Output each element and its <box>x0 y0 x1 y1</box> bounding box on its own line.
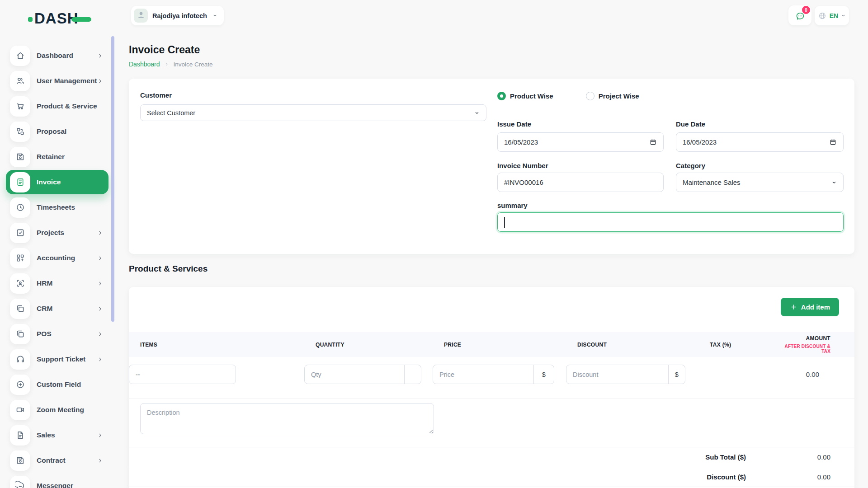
items-card: Add item ITEMS QUANTITY PRICE DISCOUNT T… <box>129 287 854 488</box>
sidebar-item-retainer[interactable]: Retainer <box>0 144 114 169</box>
sidebar-item-label: Messenger <box>37 482 73 488</box>
text-cursor <box>504 217 505 228</box>
discount-currency-addon: $ <box>668 365 685 384</box>
sidebar-item-label: Invoice <box>37 178 61 186</box>
radio-label: Product Wise <box>510 92 553 100</box>
radio-project-wise[interactable]: Project Wise <box>586 92 639 100</box>
cards-icon <box>10 299 30 319</box>
sidebar-item-crm[interactable]: CRM <box>0 296 114 321</box>
customer-select[interactable]: Select Customer <box>140 104 486 121</box>
customer-label: Customer <box>140 91 172 99</box>
proposal-icon <box>10 122 30 142</box>
chevron-right-icon <box>97 306 103 312</box>
sidebar-item-projects[interactable]: Projects <box>0 220 114 245</box>
total-row-sub-total: Sub Total ($)0.00 <box>129 447 854 467</box>
chevron-right-icon <box>165 62 169 66</box>
brand-dash-icon <box>71 17 91 22</box>
description-row <box>129 399 854 447</box>
description-textarea[interactable] <box>140 403 434 434</box>
discount-cell: $ <box>566 365 698 384</box>
radio-product-wise[interactable]: Product Wise <box>497 92 553 100</box>
chevron-down-icon <box>831 180 837 185</box>
discount-input-group: $ <box>566 365 685 384</box>
avatar <box>134 9 148 23</box>
user-focus-icon <box>10 273 30 294</box>
sidebar-item-pos[interactable]: POS <box>0 321 114 347</box>
sidebar-scrollbar[interactable] <box>111 36 114 322</box>
items-table: ITEMS QUANTITY PRICE DISCOUNT TAX (%) AM… <box>129 332 854 487</box>
chevron-down-icon <box>212 13 217 18</box>
breadcrumb-current: Invoice Create <box>174 61 213 68</box>
sidebar-item-label: CRM <box>37 305 52 313</box>
sidebar-item-dashboard[interactable]: Dashboard <box>0 43 114 68</box>
quantity-input[interactable] <box>305 365 404 384</box>
chevron-right-icon <box>97 230 103 236</box>
sidebar-item-label: Projects <box>37 229 64 237</box>
chevron-right-icon <box>97 78 103 84</box>
price-input-group: $ <box>433 365 554 384</box>
header-price: PRICE <box>444 342 577 348</box>
sidebar-item-label: Zoom Meeting <box>37 406 84 414</box>
customer-select-value: Select Customer <box>147 109 195 117</box>
sidebar-item-accounting[interactable]: Accounting <box>0 245 114 271</box>
breadcrumb-dashboard-link[interactable]: Dashboard <box>129 61 160 68</box>
video-icon <box>10 400 30 420</box>
sidebar-item-invoice[interactable]: Invoice <box>0 169 114 195</box>
item-select-input[interactable] <box>129 365 236 384</box>
sidebar-item-support-ticket[interactable]: Support Ticket <box>0 347 114 372</box>
sidebar-item-custom-field[interactable]: Custom Field <box>0 372 114 397</box>
chevron-right-icon <box>97 255 103 261</box>
sidebar-item-messenger[interactable]: Messenger <box>0 473 114 488</box>
invoice-number-value: #INVO00016 <box>504 178 543 186</box>
header-discount: DISCOUNT <box>577 342 710 348</box>
quantity-input-group <box>304 365 421 384</box>
due-date-input[interactable]: 16/05/2023 <box>676 132 844 152</box>
discount-input[interactable] <box>566 365 668 384</box>
sidebar-item-hrm[interactable]: HRM <box>0 271 114 296</box>
chat-icon <box>10 476 30 488</box>
quantity-cell <box>304 365 433 384</box>
price-input[interactable] <box>433 365 533 384</box>
chevron-down-icon <box>841 13 846 18</box>
sidebar-item-user-management[interactable]: User Management <box>0 68 114 94</box>
chevron-right-icon <box>97 357 103 362</box>
category-select[interactable]: Maintenance Sales <box>676 173 844 192</box>
company-selector[interactable]: Rajodiya infotech <box>131 6 224 25</box>
language-code: EN <box>830 12 838 19</box>
plus-icon <box>790 303 797 311</box>
header-tax: TAX (%) <box>710 342 780 348</box>
add-item-button[interactable]: Add item <box>781 298 839 316</box>
language-selector[interactable]: EN <box>815 6 849 25</box>
radio-unchecked-icon <box>586 92 594 100</box>
invoice-number-input[interactable]: #INVO00016 <box>497 173 664 192</box>
clock-icon <box>10 197 30 218</box>
summary-label: summary <box>497 202 528 209</box>
calendar-icon[interactable] <box>649 138 657 146</box>
brand-logo[interactable]: DASH <box>28 10 91 27</box>
sidebar-item-proposal[interactable]: Proposal <box>0 119 114 144</box>
file-icon <box>10 425 30 446</box>
item-row: $ $ 0.00 <box>129 357 854 399</box>
sidebar-item-product-service[interactable]: Product & Service <box>0 94 114 119</box>
breadcrumb: Dashboard Invoice Create <box>129 61 213 68</box>
sidebar-item-contract[interactable]: Contract <box>0 448 114 473</box>
messages-button[interactable]: 0 <box>788 5 811 25</box>
sidebar-item-label: Accounting <box>37 254 75 262</box>
total-label: Discount ($) <box>707 473 746 481</box>
header-quantity: QUANTITY <box>316 342 444 348</box>
sidebar-item-zoom-meeting[interactable]: Zoom Meeting <box>0 397 114 422</box>
home-icon <box>10 46 30 66</box>
header-items: ITEMS <box>140 342 316 348</box>
sidebar-item-sales[interactable]: Sales <box>0 422 114 448</box>
add-item-label: Add item <box>801 303 830 311</box>
description-wrapper <box>140 403 434 434</box>
header-amount-title: AMOUNT <box>806 335 830 342</box>
totals-section: Sub Total ($)0.00Discount ($)0.00 <box>129 447 854 487</box>
item-cell <box>129 365 304 384</box>
issue-date-input[interactable]: 16/05/2023 <box>497 132 664 152</box>
radio-label: Project Wise <box>599 92 639 100</box>
sidebar-item-timesheets[interactable]: Timesheets <box>0 195 114 220</box>
summary-textarea[interactable] <box>497 212 844 232</box>
total-value: 0.00 <box>746 453 854 461</box>
calendar-icon[interactable] <box>829 138 837 146</box>
